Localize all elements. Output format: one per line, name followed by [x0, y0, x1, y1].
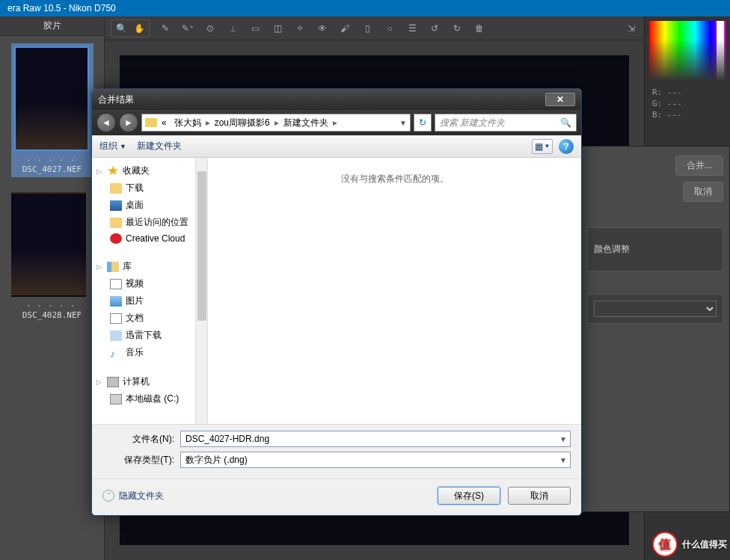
hand-tool-icon[interactable]: ✋: [132, 22, 146, 35]
eyedropper-icon[interactable]: ✎: [159, 22, 172, 35]
chevron-down-icon[interactable]: ▼: [559, 435, 567, 443]
tree-scrollbar[interactable]: [195, 158, 207, 424]
tree-item-thunder[interactable]: 迅雷下载: [95, 327, 204, 344]
target-adjust-icon[interactable]: ⊙: [203, 22, 217, 35]
search-placeholder: 搜索 新建文件夹: [440, 117, 505, 129]
tree-item-creative-cloud[interactable]: Creative Cloud: [95, 231, 204, 246]
chevron-down-icon[interactable]: ▼: [399, 119, 407, 127]
transform-icon[interactable]: ◫: [271, 22, 284, 35]
color-sampler-icon[interactable]: ✎⁺: [181, 22, 194, 35]
breadcrumb-item[interactable]: zou周聊摄影6: [212, 117, 273, 129]
color-adjust-label: 颜色调整: [594, 243, 717, 256]
tree-item-documents[interactable]: 文档: [95, 310, 204, 327]
redeye-icon[interactable]: 👁: [316, 22, 329, 35]
filetype-value: 数字负片 (.dng): [185, 454, 248, 467]
dialog-titlebar[interactable]: 合并结果 ✕: [92, 89, 581, 110]
filetype-select[interactable]: 数字负片 (.dng) ▼: [180, 452, 571, 468]
nav-tree: ▷收藏夹 下载 桌面 最近访问的位置 Creative Cloud ▷库 视频 …: [92, 158, 208, 424]
tree-libraries-header[interactable]: ▷库: [95, 258, 204, 275]
search-input[interactable]: 搜索 新建文件夹 🔍: [435, 114, 577, 132]
dialog-title: 合并结果: [98, 93, 545, 106]
thumbnail-item[interactable]: . . . . . DSC_4027.NEF: [11, 43, 93, 177]
filename-input[interactable]: ▼: [180, 431, 571, 447]
merge-button[interactable]: 合并...: [675, 156, 723, 176]
filename-field[interactable]: [185, 434, 565, 444]
organize-menu[interactable]: 组织 ▼: [99, 140, 126, 153]
preset-select[interactable]: [594, 301, 717, 317]
view-mode-button[interactable]: ▦▼: [532, 139, 553, 154]
new-folder-button[interactable]: 新建文件夹: [137, 140, 182, 153]
watermark: 值 什么值得买: [652, 532, 727, 557]
tree-computer-header[interactable]: ▷计算机: [95, 373, 204, 390]
dialog-toolbar: 组织 ▼ 新建文件夹 ▦▼ ?: [92, 135, 581, 158]
filmstrip-header: 胶片: [0, 16, 104, 36]
hide-folders-toggle[interactable]: ˄ 隐藏文件夹: [102, 490, 164, 502]
readout-r: R: ---: [649, 87, 726, 98]
gradient-icon[interactable]: ▯: [361, 22, 374, 35]
tree-item-videos[interactable]: 视频: [95, 275, 204, 292]
breadcrumb-item[interactable]: 新建文件夹: [280, 117, 331, 129]
help-button[interactable]: ?: [559, 139, 574, 154]
crop-icon[interactable]: ⟂: [226, 22, 239, 35]
address-bar[interactable]: « 张大妈 ▸ zou周聊摄影6 ▸ 新建文件夹 ▸ ▼: [141, 114, 411, 132]
tree-item-music[interactable]: ♪音乐: [95, 344, 204, 361]
filmstrip-panel: 胶片 . . . . . DSC_4027.NEF . . . . . DSC_…: [0, 16, 105, 560]
trash-icon[interactable]: 🗑: [473, 22, 486, 35]
folder-icon: [145, 118, 157, 127]
breadcrumb-prefix: «: [159, 117, 170, 128]
chevron-right-icon: ▸: [333, 117, 337, 128]
dialog-footer: ˄ 隐藏文件夹 保存(S) 取消: [92, 479, 581, 515]
rotate-cw-icon[interactable]: ↻: [450, 22, 464, 35]
rgb-readout: R: --- G: --- B: ---: [649, 87, 726, 120]
refresh-button[interactable]: ↻: [414, 114, 432, 132]
histogram[interactable]: [649, 21, 726, 81]
thumbnail-filename: DSC_4027.NEF: [14, 164, 91, 174]
file-list-area[interactable]: 没有与搜索条件匹配的项。: [208, 158, 581, 424]
thumbnail-image: [11, 192, 86, 297]
brush-icon[interactable]: 🖌: [338, 22, 352, 35]
watermark-text: 什么值得买: [682, 538, 727, 551]
list-icon[interactable]: ☰: [405, 22, 419, 35]
merge-cancel-button[interactable]: 取消: [683, 182, 723, 202]
thumbnail-rating[interactable]: . . . . .: [14, 153, 91, 163]
close-button[interactable]: ✕: [545, 93, 575, 106]
merge-options-dialog: 合并... 取消 颜色调整: [580, 146, 730, 512]
search-icon: 🔍: [560, 117, 571, 128]
tree-item-recent[interactable]: 最近访问的位置: [95, 214, 204, 231]
tree-item-pictures[interactable]: 图片: [95, 292, 204, 310]
chevron-up-icon: ˄: [102, 490, 114, 502]
tree-item-disk-c[interactable]: 本地磁盘 (C:): [95, 390, 204, 407]
save-button[interactable]: 保存(S): [438, 487, 500, 505]
tree-item-desktop[interactable]: 桌面: [95, 197, 204, 214]
readout-b: B: ---: [649, 109, 726, 120]
chevron-right-icon: ▸: [206, 117, 210, 128]
chevron-down-icon[interactable]: ▼: [559, 456, 567, 464]
readout-g: G: ---: [649, 98, 726, 109]
cancel-button[interactable]: 取消: [508, 487, 571, 505]
radial-icon[interactable]: ○: [383, 22, 396, 35]
empty-message: 没有与搜索条件匹配的项。: [223, 173, 566, 185]
top-toolbar: 🔍 ✋ ✎ ✎⁺ ⊙ ⟂ ▭ ◫ ✧ 👁 🖌 ▯ ○ ☰ ↺ ↻ 🗑 ⇲: [105, 16, 644, 40]
tree-favorites-header[interactable]: ▷收藏夹: [95, 162, 204, 179]
nav-forward-button[interactable]: ►: [119, 113, 138, 132]
chevron-right-icon: ▸: [274, 117, 279, 128]
thumbnail-rating[interactable]: . . . . .: [11, 298, 93, 309]
app-title-bar: era Raw 10.5 - Nikon D750: [0, 0, 730, 16]
filetype-label: 保存类型(T):: [102, 454, 174, 467]
thumbnail-image: [14, 46, 89, 151]
save-dialog: 合并结果 ✕ ◄ ► « 张大妈 ▸ zou周聊摄影6 ▸ 新建文件夹 ▸ ▼ …: [91, 88, 582, 516]
nav-back-button[interactable]: ◄: [96, 113, 116, 132]
straighten-icon[interactable]: ▭: [248, 22, 262, 35]
dialog-nav-bar: ◄ ► « 张大妈 ▸ zou周聊摄影6 ▸ 新建文件夹 ▸ ▼ ↻ 搜索 新建…: [92, 110, 581, 135]
spot-removal-icon[interactable]: ✧: [293, 22, 307, 35]
thumbnail-filename: DSC_4028.NEF: [11, 310, 93, 320]
dialog-body: ▷收藏夹 下载 桌面 最近访问的位置 Creative Cloud ▷库 视频 …: [92, 158, 581, 424]
breadcrumb-item[interactable]: 张大妈: [171, 117, 204, 129]
export-icon[interactable]: ⇲: [625, 22, 638, 35]
filename-label: 文件名(N):: [102, 433, 174, 446]
app-title-text: era Raw 10.5 - Nikon D750: [7, 3, 116, 13]
zoom-tool-icon[interactable]: 🔍: [114, 22, 128, 35]
tree-item-downloads[interactable]: 下载: [95, 179, 204, 197]
rotate-ccw-icon[interactable]: ↺: [428, 22, 441, 35]
thumbnail-item[interactable]: . . . . . DSC_4028.NEF: [11, 192, 93, 320]
